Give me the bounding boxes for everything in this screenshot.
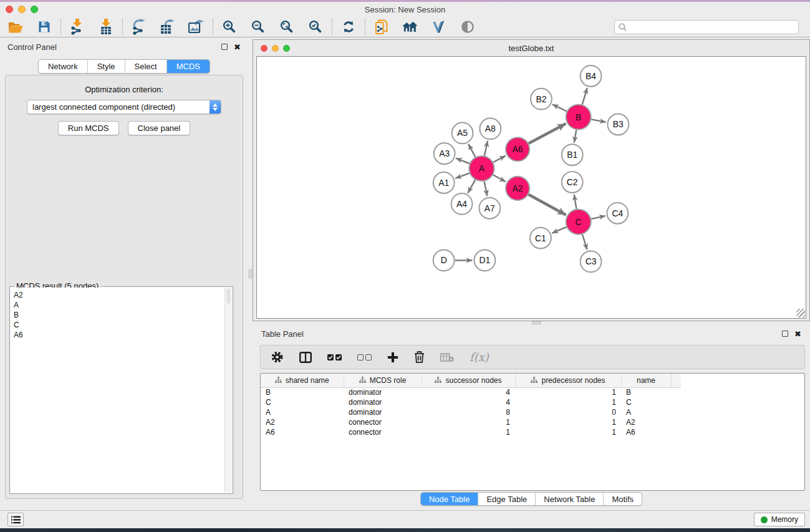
- edge-A-A1[interactable]: [455, 173, 470, 178]
- table-cell[interactable]: 1: [515, 387, 621, 397]
- edge-C-C2[interactable]: [574, 195, 577, 209]
- unselect-all-columns-icon[interactable]: [357, 354, 372, 360]
- run-mcds-button[interactable]: Run MCDS: [58, 121, 119, 135]
- zoom-fit-icon[interactable]: [279, 19, 295, 35]
- table-cell[interactable]: dominator: [344, 397, 422, 407]
- node-A2[interactable]: A2: [506, 177, 529, 200]
- node-B4[interactable]: B4: [581, 65, 602, 87]
- table-row[interactable]: Bdominator41B: [261, 387, 681, 397]
- show-columns-icon[interactable]: [299, 352, 312, 363]
- tab-network-table[interactable]: Network Table: [535, 493, 603, 505]
- table-row[interactable]: A6connector11A6: [261, 427, 681, 437]
- node-A8[interactable]: A8: [480, 118, 501, 140]
- tab-edge-table[interactable]: Edge Table: [478, 493, 535, 505]
- table-cell[interactable]: A6: [621, 427, 671, 437]
- tab-motifs[interactable]: Motifs: [603, 493, 642, 505]
- result-item[interactable]: A2: [14, 290, 224, 300]
- node-A[interactable]: A: [469, 156, 494, 181]
- node-C1[interactable]: C1: [530, 228, 551, 249]
- node-A1[interactable]: A1: [433, 172, 455, 193]
- table-cell[interactable]: dominator: [344, 387, 422, 397]
- edge-C-C3[interactable]: [582, 235, 587, 250]
- node-B1[interactable]: B1: [562, 144, 583, 165]
- float-panel-icon[interactable]: [221, 44, 228, 50]
- table-cell[interactable]: 4: [422, 387, 515, 397]
- table-cell[interactable]: A6: [261, 427, 344, 437]
- tab-mcds[interactable]: MCDS: [166, 60, 210, 73]
- create-column-icon[interactable]: [387, 352, 398, 363]
- search-box[interactable]: [614, 20, 799, 34]
- edge-B-B2[interactable]: [552, 104, 567, 111]
- table-cell[interactable]: connector: [344, 427, 422, 437]
- zoom-in-icon[interactable]: [221, 19, 238, 35]
- export-image-icon[interactable]: [188, 19, 205, 35]
- table-cell[interactable]: A2: [261, 417, 344, 427]
- table-cell[interactable]: connector: [344, 417, 422, 427]
- zoom-out-icon[interactable]: [250, 19, 266, 35]
- result-item[interactable]: C: [14, 320, 224, 330]
- table-cell[interactable]: 1: [422, 417, 515, 427]
- table-cell[interactable]: B: [261, 387, 344, 397]
- edge-A-A8[interactable]: [485, 141, 488, 156]
- delete-table-icon[interactable]: [440, 352, 454, 362]
- node-C[interactable]: C: [566, 210, 591, 235]
- tab-select[interactable]: Select: [125, 60, 166, 73]
- node-A3[interactable]: A3: [434, 143, 455, 164]
- node-A7[interactable]: A7: [479, 198, 500, 219]
- table-cell[interactable]: dominator: [344, 407, 422, 417]
- tab-network[interactable]: Network: [39, 60, 87, 73]
- table-cell[interactable]: 1: [422, 427, 515, 437]
- optimization-criterion-dropdown[interactable]: largest connected component (directed): [27, 100, 221, 114]
- edge-A-A6[interactable]: [493, 156, 506, 163]
- table-cell[interactable]: 1: [515, 427, 621, 437]
- mcds-result-list[interactable]: A2ABCA6: [11, 288, 224, 493]
- edge-A-A2[interactable]: [493, 175, 506, 181]
- node-D[interactable]: D: [433, 250, 455, 271]
- close-panel-icon[interactable]: ✖: [234, 43, 241, 51]
- node-B3[interactable]: B3: [607, 114, 629, 135]
- table-float-panel-icon[interactable]: [782, 331, 788, 337]
- export-network-icon[interactable]: [131, 19, 147, 35]
- import-network-icon[interactable]: [69, 19, 85, 35]
- column-header-predecessor-nodes[interactable]: predecessor nodes: [515, 374, 621, 387]
- delete-column-icon[interactable]: [414, 351, 425, 363]
- column-header-name[interactable]: name: [621, 374, 671, 387]
- hide-details-icon[interactable]: [431, 19, 447, 35]
- node-C4[interactable]: C4: [607, 203, 628, 224]
- table-cell[interactable]: 1: [515, 417, 621, 427]
- edge-B-B1[interactable]: [574, 130, 576, 143]
- result-item[interactable]: B: [14, 310, 224, 320]
- edge-C-C1[interactable]: [552, 227, 566, 233]
- apply-layout-icon[interactable]: [340, 19, 357, 35]
- table-cell[interactable]: 0: [515, 407, 621, 417]
- table-cell[interactable]: B: [621, 387, 671, 397]
- task-history-button[interactable]: [7, 513, 24, 526]
- table-cell[interactable]: 1: [515, 397, 621, 407]
- table-cell[interactable]: 4: [422, 397, 515, 407]
- result-scrollbar[interactable]: [224, 288, 232, 493]
- node-B2[interactable]: B2: [531, 89, 552, 110]
- open-session-icon[interactable]: [7, 19, 24, 35]
- tab-style[interactable]: Style: [87, 60, 125, 73]
- tab-node-table[interactable]: Node Table: [421, 493, 478, 505]
- toggle-bird-view-icon[interactable]: [460, 19, 476, 35]
- network-canvas[interactable]: B4B2BB3A8A5A6A3B1AC2A1A2A4A7C4CC1C3DD1: [256, 56, 806, 319]
- edge-A-A7[interactable]: [485, 181, 488, 196]
- node-C2[interactable]: C2: [562, 172, 583, 193]
- table-settings-gear-icon[interactable]: [271, 351, 284, 364]
- table-close-panel-icon[interactable]: ✖: [794, 330, 801, 338]
- node-table[interactable]: shared nameMCDS rolesuccessor nodesprede…: [260, 373, 805, 491]
- node-A6[interactable]: A6: [506, 137, 529, 161]
- edge-A-A4[interactable]: [468, 180, 475, 193]
- import-table-icon[interactable]: [98, 19, 114, 35]
- table-cell[interactable]: A2: [621, 417, 671, 427]
- resize-grip[interactable]: [796, 309, 805, 317]
- table-row[interactable]: Cdominator41C: [261, 397, 681, 407]
- edge-A-A5[interactable]: [468, 144, 475, 157]
- node-D1[interactable]: D1: [474, 250, 495, 271]
- edge-B-B4[interactable]: [582, 88, 587, 105]
- vertical-splitter[interactable]: [248, 37, 253, 510]
- export-table-icon[interactable]: [160, 19, 176, 35]
- table-cell[interactable]: 8: [422, 407, 515, 417]
- search-input[interactable]: [629, 22, 794, 31]
